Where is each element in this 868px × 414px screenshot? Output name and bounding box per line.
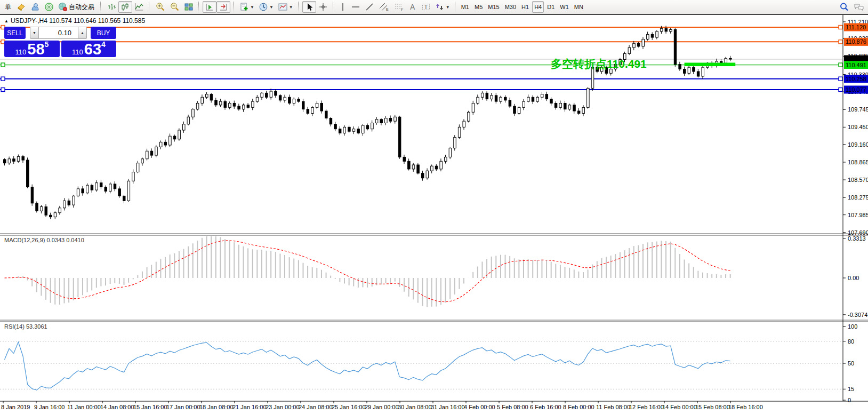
bar-chart-button[interactable] (105, 1, 118, 13)
horizontal-line-icon (351, 2, 360, 12)
price-level-lines[interactable] (0, 27, 842, 90)
collapse-arrow-icon[interactable]: ▲ (4, 19, 9, 23)
history-button[interactable] (14, 1, 28, 13)
sell-price-button[interactable]: 110585 (4, 41, 60, 57)
line-handles[interactable] (1, 26, 842, 92)
tile-windows-button[interactable] (182, 1, 196, 13)
arrows-button[interactable]: ▼ (433, 1, 452, 13)
periods-button[interactable]: ▼ (256, 1, 276, 13)
svg-text:110.491: 110.491 (846, 62, 866, 68)
macd-pane[interactable] (5, 236, 730, 307)
buy-button[interactable]: BUY (91, 27, 116, 39)
indicators-button[interactable]: ▼ (237, 1, 256, 13)
svg-text:F: F (401, 8, 403, 12)
time-axis[interactable]: 8 Jan 20199 Jan 16:0011 Jan 00:0014 Jan … (1, 401, 763, 410)
chat-button[interactable] (851, 1, 866, 13)
timeframe-h4[interactable]: H4 (532, 1, 544, 13)
text-label-button[interactable]: T (419, 1, 433, 13)
svg-text:108.275: 108.275 (848, 194, 868, 201)
svg-text:11 Jan 00:00: 11 Jan 00:00 (67, 404, 101, 410)
timeframe-m1[interactable]: M1 (459, 1, 471, 13)
sell-price-prefix: 110 (15, 48, 27, 56)
trendline-icon (365, 2, 374, 12)
profiles-button[interactable] (28, 1, 42, 13)
cursor-button[interactable] (302, 1, 316, 13)
sell-button[interactable]: SELL (4, 27, 26, 39)
timeframe-w1[interactable]: W1 (558, 1, 571, 13)
price-axis[interactable]: 111.210110.930110.635110.330110.040109.7… (0, 15, 868, 403)
svg-text:11 Feb 08:00: 11 Feb 08:00 (596, 404, 630, 410)
timeframe-group: M1M5M15M30H1H4D1W1MN (459, 1, 585, 13)
svg-text:15 Jan 16:00: 15 Jan 16:00 (133, 404, 167, 410)
vertical-line-button[interactable] (337, 1, 349, 13)
svg-text:6 Feb 16:00: 6 Feb 16:00 (530, 404, 561, 410)
pivot-annotation[interactable]: 多空转折点110.491 (551, 57, 647, 71)
svg-text:15: 15 (848, 386, 854, 392)
zoom-in-button[interactable] (153, 1, 167, 13)
timeframe-m15[interactable]: M15 (486, 1, 501, 13)
svg-text:100: 100 (848, 323, 857, 330)
svg-text:109.160: 109.160 (848, 141, 868, 148)
rsi-pane[interactable] (0, 341, 843, 391)
svg-text:0.3313: 0.3313 (848, 235, 866, 242)
svg-text:23 Jan 00:00: 23 Jan 00:00 (266, 404, 300, 410)
zoom-out-button[interactable] (167, 1, 182, 13)
buy-price-button[interactable]: 110634 (61, 41, 116, 57)
autotrading-button[interactable]: 自动交易 (56, 1, 98, 13)
search-button[interactable] (837, 1, 851, 13)
toolbar-separator (298, 2, 301, 12)
equidistant-channel-icon: E (379, 2, 389, 12)
equidistant-channel-button[interactable]: E (376, 1, 391, 13)
signal-button[interactable] (42, 1, 56, 13)
crosshair-button[interactable] (316, 1, 330, 13)
pane-separators[interactable] (0, 234, 868, 322)
svg-text:25 Jan 16:00: 25 Jan 16:00 (332, 404, 366, 410)
svg-text:18 Jan 08:00: 18 Jan 08:00 (199, 404, 234, 410)
main-toolbar: 单 自动交易 ▼ ▼ ▼ E F A T ▼ M1M5M15M30H1H4D1W… (0, 0, 868, 15)
periods-icon (259, 2, 268, 12)
svg-text:4 Feb 00:00: 4 Feb 00:00 (464, 404, 495, 410)
timeframe-m30[interactable]: M30 (503, 1, 518, 13)
line-chart-button[interactable] (132, 1, 146, 13)
chart-area[interactable]: 111.210110.930110.635110.330110.040109.7… (0, 15, 868, 414)
volume-input[interactable]: 0.10 (39, 27, 78, 39)
trendline-button[interactable] (363, 1, 376, 13)
svg-text:E: E (386, 7, 389, 11)
volume-decrease-button[interactable]: ▼ (30, 27, 39, 39)
svg-text:109.450: 109.450 (848, 124, 868, 130)
svg-text:0: 0 (848, 397, 851, 403)
svg-text:108.865: 108.865 (848, 159, 868, 165)
new-order-button[interactable]: 单 (2, 1, 14, 13)
chart-autoscroll-icon (205, 2, 214, 12)
svg-text:110.077: 110.077 (846, 86, 866, 93)
fibonacci-button[interactable]: F (391, 1, 406, 13)
timeframe-mn[interactable]: MN (572, 1, 585, 13)
svg-text:31 Jan 16:00: 31 Jan 16:00 (431, 404, 465, 410)
candlestick-chart-button[interactable] (118, 1, 132, 13)
timeframe-h1[interactable]: H1 (519, 1, 531, 13)
arrows-icon (435, 2, 445, 12)
line-chart-icon (134, 2, 144, 12)
svg-text:15 Feb 08:00: 15 Feb 08:00 (695, 404, 730, 410)
new-order-label: 单 (4, 3, 12, 12)
svg-text:111.120: 111.120 (846, 24, 866, 30)
svg-text:8 Feb 00:00: 8 Feb 00:00 (563, 404, 594, 410)
chart-canvas[interactable]: 111.210110.930110.635110.330110.040109.7… (0, 15, 868, 414)
timeframe-m5[interactable]: M5 (472, 1, 485, 13)
text-icon: A (408, 2, 417, 12)
chevron-down-icon: ▼ (446, 5, 450, 10)
trend-segment[interactable] (685, 63, 736, 67)
svg-text:107.985: 107.985 (848, 212, 868, 218)
chart-autoscroll-button[interactable] (203, 1, 216, 13)
search-icon (839, 2, 849, 12)
horizontal-line-button[interactable] (349, 1, 363, 13)
timeframe-d1[interactable]: D1 (545, 1, 557, 13)
chart-shift-button[interactable] (216, 1, 230, 13)
volume-increase-button[interactable]: ▲ (78, 27, 87, 39)
volume-stepper: ▼ 0.10 ▲ (30, 27, 87, 39)
chart-shift-icon (219, 2, 228, 12)
templates-button[interactable]: ▼ (276, 1, 295, 13)
text-button[interactable]: A (406, 1, 419, 13)
toolbar-separator (455, 2, 457, 12)
svg-text:29 Jan 00:00: 29 Jan 00:00 (365, 404, 399, 410)
